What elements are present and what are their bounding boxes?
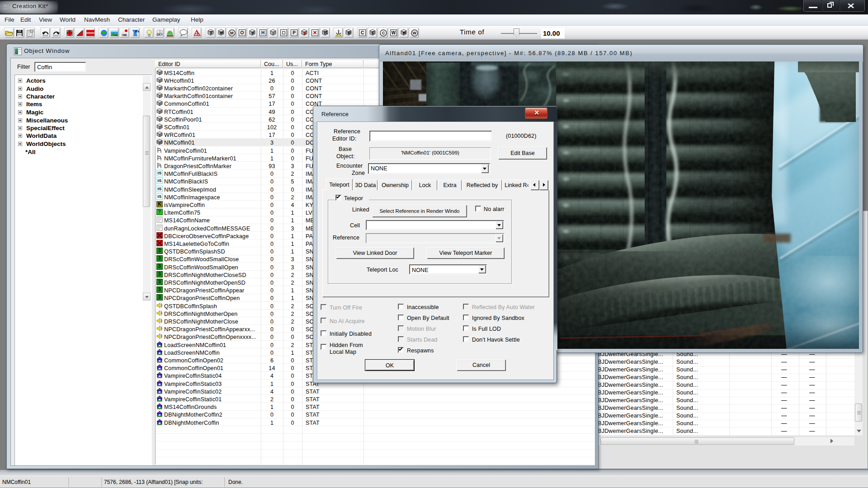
svg-text:W: W xyxy=(413,31,417,35)
svg-text:SKY: SKY xyxy=(156,33,163,36)
svg-text:Fx: Fx xyxy=(135,29,139,33)
svg-text:HK: HK xyxy=(123,33,127,37)
svg-text:M: M xyxy=(230,31,234,35)
svg-text:C: C xyxy=(382,31,385,35)
